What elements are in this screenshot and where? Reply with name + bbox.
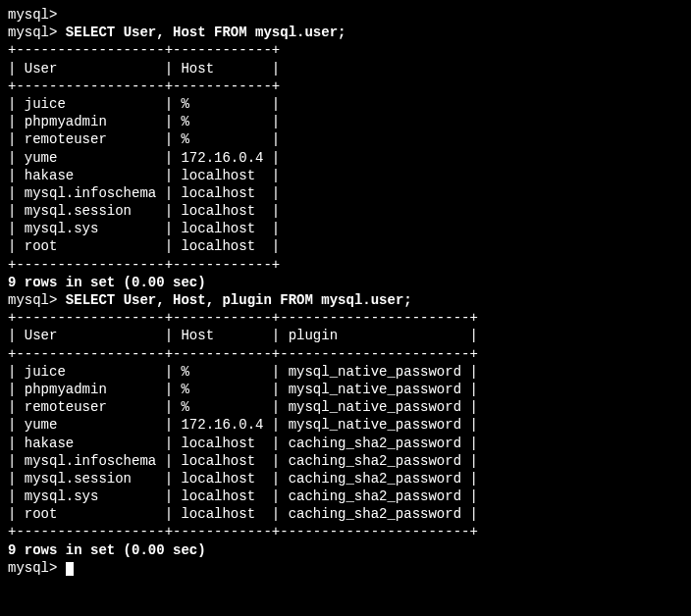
table2-border-mid: +------------------+------------+-------…	[8, 345, 683, 363]
table2-border-bot: +------------------+------------+-------…	[8, 523, 683, 540]
table1-row: | mysql.session | localhost |	[8, 202, 683, 220]
table1-footer: 9 rows in set (0.00 sec)	[8, 274, 683, 291]
table1-row: | juice | % |	[8, 95, 683, 113]
table1-row: | mysql.sys | localhost |	[8, 220, 683, 237]
table2-row: | mysql.sys | localhost | caching_sha2_p…	[8, 488, 683, 505]
table2-row: | yume | 172.16.0.4 | mysql_native_passw…	[8, 416, 683, 434]
sql-query-1: SELECT User, Host FROM mysql.user;	[66, 25, 346, 40]
mysql-prompt-active[interactable]: mysql>	[8, 559, 683, 577]
table2-row: | remoteuser | % | mysql_native_password…	[8, 398, 683, 416]
table2-header: | User | Host | plugin |	[8, 327, 683, 344]
table2-row: | mysql.session | localhost | caching_sh…	[8, 470, 683, 488]
table1-header: | User | Host |	[8, 60, 683, 77]
table2-footer: 9 rows in set (0.00 sec)	[8, 541, 683, 559]
table2-row: | root | localhost | caching_sha2_passwo…	[8, 505, 683, 523]
table1-border-bot: +------------------+------------+	[8, 256, 683, 274]
table2-row: | hakase | localhost | caching_sha2_pass…	[8, 435, 683, 452]
cursor-icon	[66, 562, 74, 576]
table1-border-top: +------------------+------------+	[8, 41, 683, 59]
table1-row: | yume | 172.16.0.4 |	[8, 149, 683, 167]
table1-row: | mysql.infoschema | localhost |	[8, 184, 683, 202]
table1-row: | hakase | localhost |	[8, 167, 683, 184]
mysql-prompt-empty: mysql>	[8, 6, 683, 24]
table2-border-top: +------------------+------------+-------…	[8, 309, 683, 327]
mysql-prompt-query2: mysql> SELECT User, Host, plugin FROM my…	[8, 291, 683, 309]
table1-row: | root | localhost |	[8, 237, 683, 255]
table1-row: | remoteuser | % |	[8, 130, 683, 148]
table2-row: | mysql.infoschema | localhost | caching…	[8, 452, 683, 470]
table1-row: | phpmyadmin | % |	[8, 113, 683, 130]
table2-row: | juice | % | mysql_native_password |	[8, 363, 683, 381]
table2-row: | phpmyadmin | % | mysql_native_password…	[8, 381, 683, 398]
sql-query-2: SELECT User, Host, plugin FROM mysql.use…	[66, 292, 412, 308]
table1-border-mid: +------------------+------------+	[8, 77, 683, 95]
mysql-prompt-query1: mysql> SELECT User, Host FROM mysql.user…	[8, 24, 683, 41]
